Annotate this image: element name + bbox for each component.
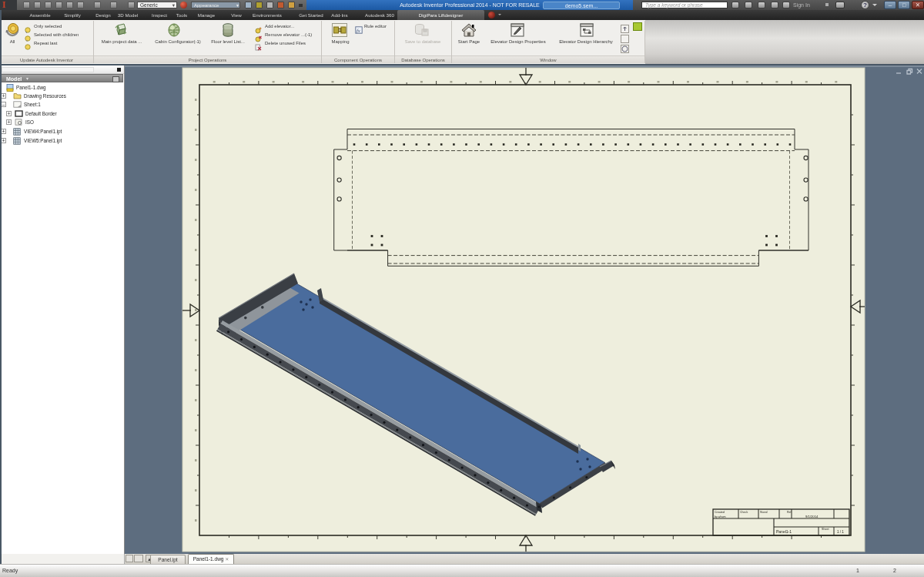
svg-text:Created: Created [715, 511, 725, 514]
svg-text:Panel1-1: Panel1-1 [776, 529, 792, 534]
svg-text:fx: fx [357, 28, 360, 33]
svg-text:1 / 1: 1 / 1 [837, 530, 844, 534]
svg-text:9/1/2014: 9/1/2014 [805, 515, 819, 518]
svg-text:Ref: Ref [787, 511, 792, 514]
svg-text:by whom: by whom [715, 515, 725, 518]
svg-text:Stand: Stand [760, 511, 767, 514]
svg-text:Check: Check [740, 511, 748, 514]
svg-text:Sheet: Sheet [822, 528, 829, 531]
